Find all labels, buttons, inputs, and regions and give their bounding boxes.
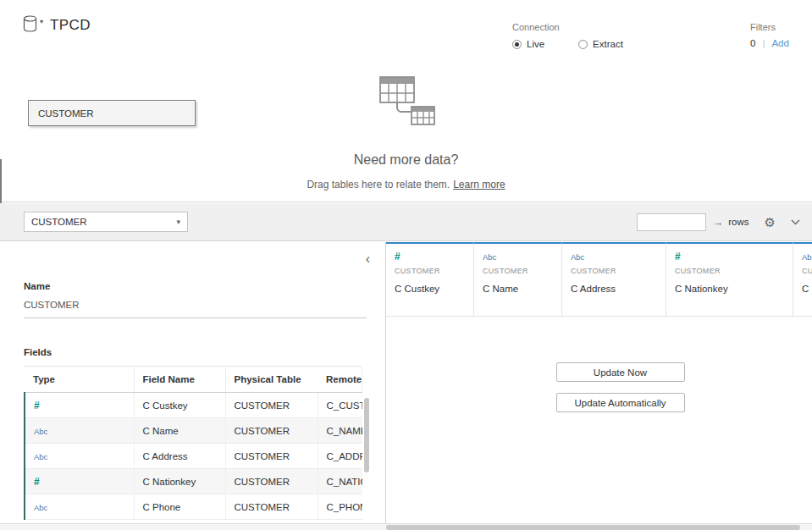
field-row[interactable]: Abc C Address CUSTOMER C_ADDRESS bbox=[25, 444, 362, 469]
physical-table-cell[interactable]: CUSTOMER bbox=[225, 418, 318, 444]
update-now-button[interactable]: Update Now bbox=[556, 362, 685, 382]
name-label: Name bbox=[24, 281, 50, 291]
radio-icon bbox=[578, 40, 588, 49]
metadata-panel: ‹ Name CUSTOMER Fields TypeField NamePhy… bbox=[0, 242, 386, 523]
learn-more-link[interactable]: Learn more bbox=[453, 179, 505, 190]
column-field-name: C Address bbox=[571, 284, 657, 294]
fields-column-header[interactable]: Remote Field... bbox=[318, 367, 362, 393]
radio-label: Extract bbox=[593, 39, 623, 49]
grid-column-header[interactable]: Abc CUSTOMER C Phone bbox=[793, 242, 812, 316]
update-automatically-button[interactable]: Update Automatically bbox=[556, 393, 685, 412]
column-field-name: C Custkey bbox=[395, 284, 465, 294]
field-type-icon: # bbox=[34, 476, 40, 488]
grid-column-header[interactable]: # CUSTOMER C Nationkey bbox=[666, 242, 793, 316]
rows-controls: → rows ⚙ bbox=[637, 213, 800, 231]
grid-column-header[interactable]: # CUSTOMER C Custkey bbox=[386, 242, 474, 316]
drag-tables-text: Drag tables here to relate them. bbox=[307, 179, 450, 190]
column-type-icon: Abc bbox=[802, 251, 812, 262]
connection-radio[interactable]: Live bbox=[512, 39, 544, 49]
field-name-cell[interactable]: C Address bbox=[134, 444, 225, 469]
field-name-cell[interactable]: C Phone bbox=[134, 494, 225, 520]
field-type-cell[interactable]: Abc bbox=[25, 418, 134, 444]
top-canvas-area: ▾ TPCD Connection Live Extract bbox=[0, 0, 812, 202]
remote-field-cell[interactable]: C_NATIONKEY bbox=[318, 469, 362, 494]
empty-state-hint: Drag tables here to relate them.Learn mo… bbox=[0, 179, 812, 190]
arrow-right-icon: → bbox=[712, 216, 723, 229]
field-type-icon: # bbox=[34, 400, 40, 411]
connection-section: Connection Live Extract bbox=[512, 22, 623, 49]
fields-label: Fields bbox=[24, 347, 52, 357]
fields-table-header: TypeField NamePhysical TableRemote Field… bbox=[25, 367, 362, 393]
column-table-label: CUSTOMER bbox=[802, 267, 812, 275]
chevron-down-icon[interactable] bbox=[791, 219, 800, 225]
table-selector-dropdown[interactable]: CUSTOMER ▾ bbox=[24, 212, 188, 232]
field-type-icon: Abc bbox=[34, 452, 47, 461]
filters-divider: | bbox=[762, 38, 765, 48]
horizontal-scrollbar[interactable] bbox=[0, 523, 812, 530]
collapse-panel-icon[interactable]: ‹ bbox=[366, 252, 370, 266]
column-type-icon: Abc bbox=[483, 251, 553, 262]
column-table-label: CUSTOMER bbox=[675, 267, 784, 275]
page-title: TPCD bbox=[50, 17, 91, 34]
field-row[interactable]: # C Custkey CUSTOMER C_CUSTKEY bbox=[25, 393, 362, 418]
field-type-cell[interactable]: Abc bbox=[25, 494, 134, 520]
fields-column-header[interactable]: Field Name bbox=[134, 367, 225, 393]
filters-count: 0 bbox=[750, 38, 755, 48]
caret-down-icon: ▾ bbox=[176, 218, 180, 226]
grid-column-header[interactable]: Abc CUSTOMER C Address bbox=[562, 242, 666, 316]
field-type-icon: Abc bbox=[34, 503, 47, 512]
fields-scrollbar[interactable] bbox=[364, 398, 369, 472]
column-field-name: C Phone bbox=[802, 284, 812, 294]
column-field-name: C Name bbox=[483, 284, 553, 294]
remote-field-cell[interactable]: C_CUSTKEY bbox=[318, 393, 362, 418]
field-type-icon: Abc bbox=[34, 427, 47, 436]
radio-label: Live bbox=[527, 39, 544, 49]
data-grid-panel: # CUSTOMER C Custkey Abc CUSTOMER C Name… bbox=[386, 242, 812, 523]
add-filter-link[interactable]: Add bbox=[771, 38, 788, 48]
data-grid-header: # CUSTOMER C Custkey Abc CUSTOMER C Name… bbox=[386, 242, 812, 317]
field-type-cell[interactable]: # bbox=[25, 469, 134, 494]
workspace: ‹ Name CUSTOMER Fields TypeField NamePhy… bbox=[0, 242, 812, 523]
connection-radio[interactable]: Extract bbox=[578, 39, 623, 49]
physical-table-cell[interactable]: CUSTOMER bbox=[225, 444, 318, 469]
column-field-name: C Nationkey bbox=[675, 284, 784, 294]
filters-label: Filters bbox=[750, 22, 789, 32]
datasource-page: ▾ TPCD Connection Live Extract bbox=[0, 0, 812, 530]
remote-field-cell[interactable]: C_ADDRESS bbox=[318, 444, 362, 469]
empty-state-title: Need more data? bbox=[0, 152, 812, 168]
field-row[interactable]: Abc C Name CUSTOMER C_NAME bbox=[25, 418, 362, 444]
physical-table-cell[interactable]: CUSTOMER bbox=[225, 494, 318, 520]
field-row[interactable]: Abc C Phone CUSTOMER C_PHONE bbox=[25, 494, 362, 520]
horizontal-scrollbar-thumb[interactable] bbox=[386, 525, 800, 530]
column-type-icon: # bbox=[675, 251, 784, 262]
fields-table: TypeField NamePhysical TableRemote Field… bbox=[24, 366, 362, 520]
fields-column-header[interactable]: Type bbox=[25, 367, 134, 393]
column-table-label: CUSTOMER bbox=[395, 267, 465, 275]
column-table-label: CUSTOMER bbox=[483, 267, 553, 275]
physical-table-cell[interactable]: CUSTOMER bbox=[225, 469, 318, 494]
connection-radio-group: Live Extract bbox=[512, 39, 623, 49]
remote-field-cell[interactable]: C_NAME bbox=[318, 418, 362, 444]
field-name-cell[interactable]: C Nationkey bbox=[134, 469, 225, 494]
grid-column-header[interactable]: Abc CUSTOMER C Name bbox=[474, 242, 562, 316]
field-row[interactable]: # C Nationkey CUSTOMER C_NATIONKEY bbox=[25, 469, 362, 494]
field-type-cell[interactable]: # bbox=[25, 393, 134, 418]
fields-column-header[interactable]: Physical Table bbox=[225, 367, 318, 393]
connection-label: Connection bbox=[512, 22, 623, 32]
field-name-cell[interactable]: C Custkey bbox=[134, 393, 225, 418]
tables-relation-icon bbox=[367, 76, 445, 130]
table-name-value[interactable]: CUSTOMER bbox=[24, 300, 367, 318]
physical-table-cell[interactable]: CUSTOMER bbox=[225, 393, 318, 418]
field-type-cell[interactable]: Abc bbox=[25, 444, 134, 469]
caret-down-icon: ▾ bbox=[40, 18, 43, 25]
table-toolbar: CUSTOMER ▾ → rows ⚙ bbox=[0, 203, 812, 241]
rows-label: rows bbox=[728, 217, 748, 227]
field-name-cell[interactable]: C Name bbox=[134, 418, 225, 444]
datasource-icon[interactable]: ▾ bbox=[23, 15, 43, 33]
rows-count-input[interactable] bbox=[637, 213, 706, 231]
canvas-empty-state: Need more data? Drag tables here to rela… bbox=[0, 76, 812, 190]
remote-field-cell[interactable]: C_PHONE bbox=[318, 494, 362, 520]
column-type-icon: # bbox=[395, 251, 465, 262]
radio-icon bbox=[512, 40, 522, 49]
gear-icon[interactable]: ⚙ bbox=[765, 216, 776, 229]
